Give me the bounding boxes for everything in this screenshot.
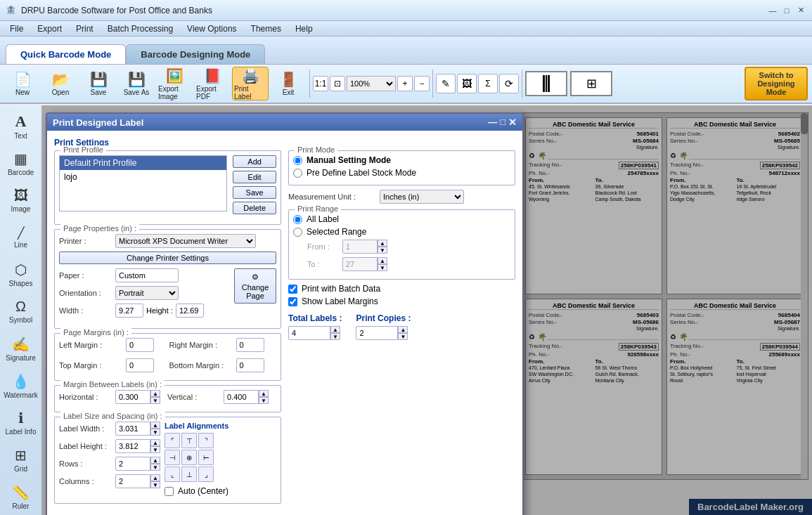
switch-mode-btn[interactable]: Switch to Designing Mode (745, 67, 808, 100)
lh-down[interactable]: ▼ (150, 446, 160, 453)
vertical-down[interactable]: ▼ (259, 397, 269, 404)
sidebar-item-barcode[interactable]: ▦ Barcode (3, 145, 39, 181)
align-bot-left[interactable]: ⌞ (165, 467, 180, 482)
batch-data-row[interactable]: Print with Batch Data (288, 284, 515, 294)
horizontal-input[interactable] (115, 390, 150, 404)
zoom-out-btn[interactable]: − (414, 76, 430, 91)
tab-quick-barcode[interactable]: Quick Barcode Mode (6, 44, 126, 64)
lh-up[interactable]: ▲ (150, 439, 160, 446)
add-profile-btn[interactable]: Add (233, 155, 276, 168)
paper-input[interactable]: Custom (115, 268, 179, 282)
rows-input[interactable] (115, 457, 150, 471)
align-bot-right[interactable]: ⌟ (198, 467, 214, 482)
from-up[interactable]: ▲ (378, 240, 387, 247)
all-label-radio[interactable] (293, 215, 302, 224)
top-margin-input[interactable] (126, 358, 154, 372)
modal-minimize-btn[interactable]: — (488, 117, 497, 128)
edit-btn[interactable]: ✎ (436, 74, 456, 93)
menu-help[interactable]: Help (288, 22, 320, 35)
manual-mode-radio[interactable] (293, 156, 302, 165)
delete-profile-btn[interactable]: Delete (233, 202, 276, 214)
rows-down[interactable]: ▼ (150, 464, 160, 471)
zoom-select[interactable]: 100% 75% 50% 150% (347, 76, 396, 91)
batch-data-checkbox[interactable] (288, 285, 297, 294)
selected-range-radio[interactable] (293, 228, 302, 237)
sidebar-item-label-info[interactable]: ℹ Label Info (3, 405, 39, 441)
tl-up[interactable]: ▲ (330, 326, 340, 333)
minimize-btn[interactable]: — (767, 5, 778, 16)
measurement-select[interactable]: Inches (in) Centimeters (cm) (380, 190, 464, 204)
rotate-btn[interactable]: ⟳ (499, 74, 519, 93)
maximize-btn[interactable]: □ (781, 5, 792, 16)
sidebar-item-line[interactable]: ╱ Line (3, 219, 39, 255)
change-page-btn[interactable]: ⚙ Change Page (234, 268, 276, 304)
menu-themes[interactable]: Themes (244, 22, 288, 35)
cols-down[interactable]: ▼ (150, 481, 160, 488)
align-top-center[interactable]: ⊤ (181, 433, 197, 448)
align-top-right[interactable]: ⌝ (198, 433, 214, 448)
menu-batch-processing[interactable]: Batch Processing (101, 22, 180, 35)
orientation-select[interactable]: Portrait Landscape (115, 286, 179, 300)
align-mid-left[interactable]: ⊣ (165, 450, 180, 465)
to-input[interactable] (342, 257, 378, 271)
total-labels-input[interactable] (288, 326, 330, 340)
cols-up[interactable]: ▲ (150, 474, 160, 481)
edit-profile-btn[interactable]: Edit (233, 171, 276, 183)
label-width-input[interactable] (115, 422, 150, 436)
height-input[interactable] (176, 304, 204, 318)
save-btn[interactable]: 💾 Save (80, 67, 117, 100)
tl-down[interactable]: ▼ (330, 333, 340, 340)
export-pdf-btn[interactable]: 📕 Export PDF (194, 67, 231, 100)
lw-down[interactable]: ▼ (150, 429, 160, 436)
sidebar-item-watermark[interactable]: 💧 Watermark (3, 368, 39, 404)
align-mid-right[interactable]: ⊢ (198, 450, 214, 465)
export-image-btn[interactable]: 🖼️ Export Image (156, 67, 193, 100)
formula-btn[interactable]: Σ (478, 74, 498, 93)
bottom-margin-input[interactable] (236, 358, 264, 372)
vertical-up[interactable]: ▲ (259, 390, 269, 397)
show-margins-row[interactable]: Show Label Margins (288, 296, 515, 306)
sidebar-item-signature[interactable]: ✍ Signature (3, 331, 39, 367)
printer-select[interactable]: Microsoft XPS Document Writer (115, 234, 256, 248)
lw-up[interactable]: ▲ (150, 422, 160, 429)
zoom-ratio-btn[interactable]: 1:1 (313, 76, 328, 91)
right-margin-input[interactable] (236, 338, 264, 352)
width-input[interactable] (115, 304, 143, 318)
tab-barcode-designing[interactable]: Barcode Designing Mode (126, 44, 265, 64)
new-btn[interactable]: 📄 New (4, 67, 41, 100)
horizontal-up[interactable]: ▲ (150, 390, 160, 397)
exit-btn[interactable]: 🚪 Exit (270, 67, 307, 100)
to-up[interactable]: ▲ (378, 257, 387, 264)
columns-input[interactable] (115, 474, 150, 488)
show-margins-checkbox[interactable] (288, 297, 297, 306)
menu-file[interactable]: File (3, 22, 30, 35)
sidebar-item-symbol[interactable]: Ω Symbol (3, 294, 39, 330)
auto-center-label[interactable]: Auto (Center) (165, 486, 228, 496)
align-top-left[interactable]: ⌜ (165, 433, 180, 448)
from-down[interactable]: ▼ (378, 247, 387, 254)
save-profile-btn[interactable]: Save (233, 186, 276, 199)
zoom-in-btn[interactable]: + (397, 76, 413, 91)
left-margin-input[interactable] (126, 338, 154, 352)
pc-up[interactable]: ▲ (398, 326, 408, 333)
sidebar-item-grid[interactable]: ⊞ Grid (3, 442, 39, 478)
print-copies-input[interactable] (356, 326, 398, 340)
modal-close-icon[interactable]: ✕ (508, 117, 517, 128)
profile-list[interactable]: Default Print Profile lojo (59, 155, 227, 211)
align-mid-center[interactable]: ⊕ (181, 450, 197, 465)
menu-print[interactable]: Print (69, 22, 101, 35)
align-bot-center[interactable]: ⊥ (181, 467, 197, 482)
pc-down[interactable]: ▼ (398, 333, 408, 340)
save-as-btn[interactable]: 💾 Save As (118, 67, 155, 100)
zoom-fit-btn[interactable]: ⊡ (330, 76, 345, 91)
open-btn[interactable]: 📂 Open (42, 67, 79, 100)
profile-item-default[interactable]: Default Print Profile (60, 156, 226, 170)
menu-export[interactable]: Export (30, 22, 69, 35)
change-printer-btn[interactable]: Change Printer Settings (59, 252, 276, 264)
to-down[interactable]: ▼ (378, 264, 387, 271)
rows-up[interactable]: ▲ (150, 457, 160, 464)
image-edit-btn[interactable]: 🖼 (457, 74, 477, 93)
sidebar-item-ruler[interactable]: 📏 Ruler (3, 479, 39, 515)
horizontal-down[interactable]: ▼ (150, 397, 160, 404)
profile-item-lojo[interactable]: lojo (60, 170, 226, 184)
